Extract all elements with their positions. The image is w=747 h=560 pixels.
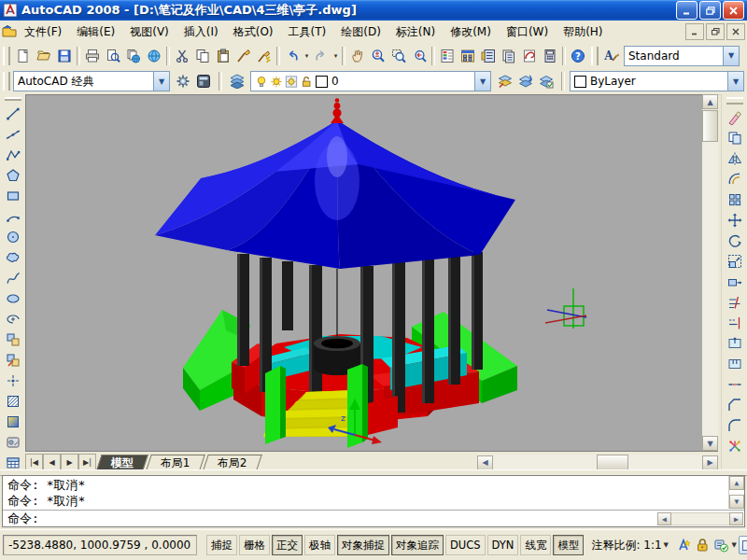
workspace-combo[interactable]: AutoCAD 经典 ▼ [13, 71, 170, 91]
polyline-button[interactable] [3, 145, 23, 165]
menu-view[interactable]: 视图(V) [122, 22, 176, 42]
insert-block-button[interactable] [3, 329, 23, 350]
tool-palettes-button[interactable] [478, 46, 499, 66]
tab-last-button[interactable]: ▶| [78, 454, 96, 470]
toolbar-grip[interactable] [591, 47, 599, 65]
menu-file[interactable]: 文件(F) [17, 22, 69, 42]
circle-button[interactable] [3, 227, 23, 247]
erase-button[interactable] [725, 107, 745, 128]
scale-button[interactable] [725, 251, 745, 272]
ducs-toggle[interactable]: DUCS [445, 535, 486, 555]
undo-button[interactable] [282, 46, 303, 66]
construction-line-button[interactable] [3, 124, 23, 145]
chamfer-button[interactable] [725, 395, 745, 415]
command-horizontal-scrollbar[interactable]: ◀ ▶ [657, 512, 743, 525]
spline-button[interactable] [3, 268, 23, 288]
combo-arrow-icon[interactable]: ▼ [153, 72, 169, 91]
toolbar-grip[interactable] [726, 97, 743, 105]
layer-properties-manager-button[interactable] [227, 71, 247, 91]
stretch-button[interactable] [725, 272, 745, 292]
tab-next-button[interactable]: ▶ [61, 454, 78, 470]
paste-button[interactable] [213, 46, 233, 66]
hatch-button[interactable] [3, 391, 23, 412]
annotation-scale-arrow[interactable]: ▼ [662, 541, 670, 549]
sheet-set-manager-button[interactable] [499, 46, 519, 66]
publish-button[interactable] [123, 46, 144, 66]
color-combo[interactable]: ByLayer ▼ [570, 71, 744, 91]
scroll-right-button[interactable]: ▶ [702, 455, 718, 470]
designcenter-button[interactable] [458, 46, 478, 66]
rotate-button[interactable] [725, 231, 745, 251]
osnap-toggle[interactable]: 对象捕捉 [337, 535, 389, 555]
tab-prev-button[interactable]: ◀ [43, 454, 61, 470]
menu-format[interactable]: 格式(O) [226, 22, 281, 42]
bulb-on-icon[interactable] [255, 75, 268, 89]
command-input[interactable]: 命令: [3, 510, 744, 526]
restore-button[interactable] [699, 1, 721, 20]
grid-toggle[interactable]: 栅格 [239, 535, 270, 555]
break-at-point-button[interactable] [725, 333, 745, 354]
scroll-up-button[interactable]: ▲ [702, 94, 718, 109]
toolbar-grip[interactable] [5, 97, 21, 101]
trim-button[interactable] [725, 292, 745, 313]
scroll-thumb[interactable] [702, 110, 718, 142]
new-button[interactable] [13, 46, 34, 66]
pan-realtime-button[interactable] [347, 46, 368, 66]
clean-screen-button[interactable] [739, 536, 747, 554]
scroll-thumb[interactable] [597, 455, 628, 470]
layer-previous-button[interactable] [515, 71, 536, 91]
text-style-button[interactable]: A [601, 46, 622, 66]
mdi-close-button[interactable] [726, 23, 745, 40]
drawing-canvas[interactable]: z [25, 94, 703, 452]
mdi-restore-button[interactable] [706, 23, 725, 40]
ortho-toggle[interactable]: 正交 [272, 535, 303, 555]
dyn-toggle[interactable]: DYN [487, 535, 519, 555]
toolbar-grip[interactable] [3, 72, 10, 91]
annotation-visibility-button[interactable] [674, 536, 693, 554]
minimize-button[interactable] [676, 1, 698, 20]
array-button[interactable] [725, 189, 745, 210]
menu-insert[interactable]: 插入(I) [176, 22, 226, 42]
copy-button[interactable] [192, 46, 213, 66]
sun-viewport-icon[interactable] [285, 75, 298, 89]
text-style-combo[interactable]: Standard ▼ [624, 46, 740, 66]
join-button[interactable] [725, 374, 745, 395]
polar-toggle[interactable]: 极轴 [304, 535, 335, 555]
plot-button[interactable] [82, 46, 103, 66]
fillet-button[interactable] [725, 415, 745, 436]
combo-arrow-icon[interactable]: ▼ [723, 47, 739, 65]
layer-states-button[interactable] [536, 71, 557, 91]
auto-annotation-lock-button[interactable] [693, 536, 712, 554]
zoom-realtime-button[interactable] [368, 46, 388, 66]
menu-edit[interactable]: 编辑(E) [69, 22, 122, 42]
scroll-up-button[interactable]: ▲ [729, 476, 744, 490]
gradient-button[interactable] [3, 412, 23, 432]
unlock-icon[interactable] [300, 75, 313, 89]
publish-to-web-button[interactable] [144, 46, 164, 66]
canvas-vertical-scrollbar[interactable]: ▲ ▼ [702, 94, 718, 451]
mdi-minimize-button[interactable] [685, 23, 704, 40]
region-button[interactable] [3, 432, 23, 453]
match-properties-button[interactable] [233, 46, 254, 66]
sun-thaw-icon[interactable] [270, 75, 283, 89]
rectangle-button[interactable] [3, 186, 23, 206]
menu-dimension[interactable]: 标注(N) [388, 22, 443, 42]
snap-toggle[interactable]: 捕捉 [206, 535, 237, 555]
my-workspace-button[interactable] [193, 71, 214, 91]
menu-tools[interactable]: 工具(T) [281, 22, 334, 42]
combo-arrow-icon[interactable]: ▼ [727, 72, 743, 91]
explode-button[interactable] [725, 436, 745, 456]
point-button[interactable] [3, 371, 23, 391]
model-paper-toggle[interactable]: 模型 [553, 535, 584, 555]
redo-button[interactable] [311, 46, 331, 66]
zoom-previous-button[interactable] [409, 46, 430, 66]
status-menu-arrow[interactable]: ▼ [730, 541, 739, 549]
copy-object-button[interactable] [725, 128, 745, 148]
tab-model[interactable]: 模型 [96, 455, 148, 470]
plot-preview-button[interactable] [103, 46, 123, 66]
workspace-settings-button[interactable] [173, 71, 193, 91]
revision-cloud-button[interactable] [3, 247, 23, 268]
tab-first-button[interactable]: |◀ [25, 454, 43, 470]
move-button[interactable] [725, 210, 745, 231]
combo-arrow-icon[interactable]: ▼ [474, 72, 490, 91]
